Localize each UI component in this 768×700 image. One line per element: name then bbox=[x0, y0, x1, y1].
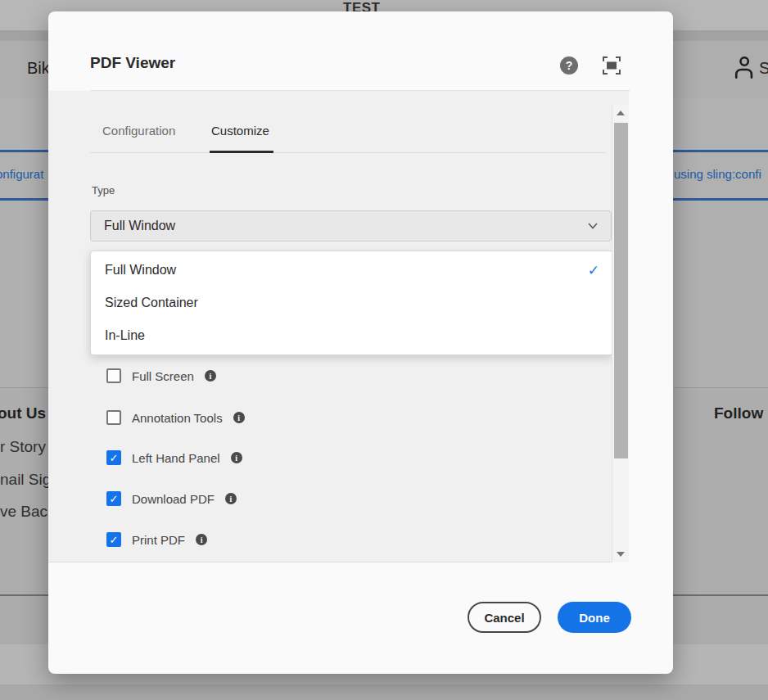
left-hand-panel-checkbox[interactable]: ✓ bbox=[106, 450, 121, 465]
print-pdf-checkbox[interactable]: ✓ bbox=[106, 532, 121, 547]
info-icon[interactable]: i bbox=[196, 534, 207, 545]
checkbox-row: ✓ Annotation Tools i bbox=[106, 409, 245, 426]
checkbox-row: ✓ Left Hand Panel i bbox=[106, 449, 242, 466]
info-glyph: i bbox=[201, 535, 203, 544]
footer-follow-heading: Follow bbox=[714, 404, 763, 422]
checkbox-label: Annotation Tools bbox=[132, 411, 223, 425]
footer-link-give: ve Bac bbox=[0, 503, 47, 521]
annotation-tools-checkbox[interactable]: ✓ bbox=[106, 410, 121, 425]
info-icon[interactable]: i bbox=[231, 452, 242, 463]
type-select-value: Full Window bbox=[104, 219, 588, 233]
background-link: using sling:confi bbox=[674, 167, 761, 181]
account-icon bbox=[732, 54, 755, 80]
active-tab-indicator bbox=[210, 151, 273, 153]
info-icon[interactable]: i bbox=[205, 370, 216, 382]
dialog-title: PDF Viewer bbox=[90, 54, 175, 72]
selected-check-icon: ✓ bbox=[588, 262, 599, 279]
pdf-viewer-dialog: PDF Viewer ? Configuration Customize Typ… bbox=[48, 11, 673, 674]
option-full-window[interactable]: Full Window ✓ bbox=[91, 254, 612, 287]
checkbox-row: ✓ Download PDF i bbox=[106, 490, 237, 507]
scrollbar-track[interactable] bbox=[612, 105, 629, 562]
help-icon[interactable]: ? bbox=[560, 56, 578, 75]
option-label: Full Window bbox=[105, 263, 588, 278]
site-nav-text: Bik bbox=[27, 59, 50, 78]
fullscreen-icon[interactable] bbox=[602, 56, 621, 75]
background-link: onfigurat bbox=[0, 167, 43, 181]
option-label: In-Line bbox=[105, 328, 599, 343]
download-pdf-checkbox[interactable]: ✓ bbox=[106, 491, 121, 506]
checkbox-row: ✓ Full Screen i bbox=[106, 368, 216, 384]
info-icon[interactable]: i bbox=[233, 412, 245, 423]
scrollbar-thumb[interactable] bbox=[614, 123, 628, 458]
tab-configuration[interactable]: Configuration bbox=[102, 124, 175, 138]
checkbox-label: Left Hand Panel bbox=[132, 451, 220, 465]
option-in-line[interactable]: In-Line ✓ bbox=[91, 319, 612, 352]
checkbox-label: Download PDF bbox=[132, 492, 215, 506]
tab-customize[interactable]: Customize bbox=[211, 124, 269, 138]
type-select[interactable]: Full Window bbox=[90, 210, 612, 242]
footer-link-about: out Us bbox=[0, 404, 46, 422]
checkmark-icon: ✓ bbox=[110, 453, 119, 463]
chevron-down-icon bbox=[588, 223, 598, 229]
info-glyph: i bbox=[209, 372, 211, 381]
scroll-up-arrow-icon[interactable] bbox=[617, 111, 625, 115]
checkbox-label: Print PDF bbox=[132, 533, 185, 547]
done-button[interactable]: Done bbox=[558, 602, 631, 633]
page-band bbox=[0, 684, 768, 700]
account-label: S bbox=[759, 59, 768, 78]
checkbox-label: Full Screen bbox=[132, 369, 194, 383]
footer-link-story: r Story bbox=[0, 438, 46, 456]
full-screen-checkbox[interactable]: ✓ bbox=[106, 368, 121, 383]
checkmark-icon: ✓ bbox=[110, 535, 119, 545]
checkbox-row: ✓ Print PDF i bbox=[106, 531, 207, 548]
footer-link-email: nail Sig bbox=[0, 471, 51, 489]
info-glyph: i bbox=[235, 454, 237, 463]
cancel-button[interactable]: Cancel bbox=[468, 602, 541, 633]
info-glyph: i bbox=[237, 413, 240, 422]
checkmark-icon: ✓ bbox=[110, 494, 119, 504]
option-sized-container[interactable]: Sized Container ✓ bbox=[91, 287, 612, 319]
type-field-label: Type bbox=[92, 184, 115, 196]
option-label: Sized Container bbox=[105, 296, 599, 310]
screen: TEST Bik S onfigurat using sling:confi o… bbox=[0, 0, 768, 700]
type-select-popup: Full Window ✓ Sized Container ✓ In-Line … bbox=[90, 251, 613, 355]
scroll-down-arrow-icon[interactable] bbox=[617, 552, 625, 557]
tab-bar-divider bbox=[90, 152, 606, 153]
info-icon[interactable]: i bbox=[225, 493, 237, 504]
help-glyph: ? bbox=[566, 59, 573, 72]
info-glyph: i bbox=[230, 495, 233, 504]
